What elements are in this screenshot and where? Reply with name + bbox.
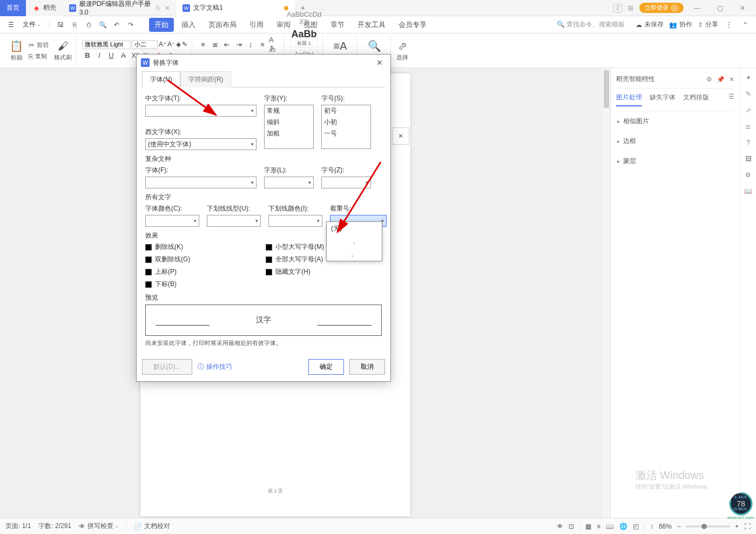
close-icon[interactable]: ✕ bbox=[729, 76, 734, 83]
style-listbox[interactable]: 常规 倾斜 加粗 bbox=[264, 105, 314, 149]
dtab-spacing[interactable]: 字符间距(R) bbox=[180, 71, 232, 87]
emphasis-opt-none[interactable]: (无) bbox=[327, 222, 382, 235]
scroll-thumb[interactable] bbox=[604, 70, 609, 108]
style-opt-regular[interactable]: 常规 bbox=[265, 105, 313, 117]
rtab-font[interactable]: 缺失字体 bbox=[650, 93, 676, 106]
clear-format-icon[interactable]: ◈ bbox=[176, 40, 181, 49]
word-count[interactable]: 字数: 2/291 bbox=[38, 522, 71, 531]
new-icon[interactable]: ⎘ bbox=[69, 19, 80, 30]
strike-icon[interactable]: A̶ bbox=[118, 50, 129, 61]
unsaved-indicator[interactable]: ☁未保存 bbox=[636, 20, 664, 29]
eff-dblstrike[interactable]: 双删除线(G) bbox=[145, 255, 190, 264]
zoom-fit-icon[interactable]: ↕ bbox=[650, 523, 653, 530]
eff-smallcaps[interactable]: 小型大写字母(M) bbox=[266, 242, 324, 252]
spellcheck-toggle[interactable]: 👁拼写检查 ⌵ bbox=[79, 522, 118, 531]
zoom-value[interactable]: 66% bbox=[659, 523, 672, 530]
save-icon[interactable]: 🖫 bbox=[55, 19, 66, 30]
style-opt-italic[interactable]: 倾斜 bbox=[265, 117, 313, 128]
close-button[interactable]: ✕ bbox=[733, 0, 752, 16]
complex-size-combo[interactable]: ▾ bbox=[321, 177, 371, 188]
fullscreen-icon[interactable]: ⛶ bbox=[744, 523, 751, 530]
badge-icon[interactable]: 2 bbox=[613, 4, 622, 12]
doc-tab-current[interactable]: W 文字文稿1 bbox=[176, 0, 295, 16]
dialog-titlebar[interactable]: W 替换字体 ✕ bbox=[137, 55, 390, 71]
style-body[interactable]: AaBbCcDd正文 bbox=[290, 10, 318, 26]
outdent-icon[interactable]: ⇤ bbox=[221, 39, 232, 50]
emphasis-opt-ddot[interactable]: 、 bbox=[327, 247, 382, 261]
network-widget[interactable]: 78 ↑1.1K/s ↓0.5K/s www.xz7.com bbox=[718, 491, 754, 517]
color-combo[interactable]: ▾ bbox=[145, 215, 199, 227]
dialog-close-button[interactable]: ✕ bbox=[373, 56, 386, 69]
underline-color-combo[interactable]: ▾ bbox=[268, 215, 322, 227]
numbering-icon[interactable]: ≣ bbox=[210, 39, 220, 50]
copy-button[interactable]: ⎘复制 bbox=[28, 51, 50, 62]
more-icon[interactable]: ⋮ bbox=[724, 19, 734, 30]
rtab-image[interactable]: 图片处理 bbox=[616, 93, 642, 106]
home-tab[interactable]: 首页 bbox=[0, 0, 26, 16]
tab-insert[interactable]: 插入 bbox=[176, 18, 201, 32]
eff-hidden[interactable]: 隐藏文字(H) bbox=[266, 267, 324, 276]
style-h1[interactable]: AaBb标题 1 bbox=[290, 28, 318, 48]
eff-strike[interactable]: 删除线(K) bbox=[145, 242, 190, 252]
tab-member[interactable]: 会员专享 bbox=[393, 18, 432, 32]
tab-chapter[interactable]: 章节 bbox=[325, 18, 350, 32]
italic-icon[interactable]: I bbox=[94, 50, 105, 61]
pin-icon[interactable]: ⎘ bbox=[156, 4, 160, 12]
increase-font-icon[interactable]: A⁺ bbox=[159, 40, 166, 49]
bold-icon[interactable]: B bbox=[82, 50, 93, 61]
pen-icon[interactable]: ✎ bbox=[744, 90, 753, 98]
tree-mask[interactable]: 蒙层 bbox=[616, 151, 734, 171]
decrease-font-icon[interactable]: A⁻ bbox=[167, 40, 175, 49]
slider-icon[interactable]: ⚌ bbox=[744, 122, 753, 131]
coop-button[interactable]: 👥协作 bbox=[669, 20, 692, 29]
image-icon[interactable]: 🖼 bbox=[744, 154, 753, 163]
preview-icon[interactable]: 🔍 bbox=[97, 19, 108, 30]
emphasis-dropdown[interactable]: (无) . 、 bbox=[326, 221, 382, 261]
pointer-icon[interactable]: ⬀ bbox=[744, 106, 753, 114]
maximize-button[interactable]: ▢ bbox=[711, 0, 729, 16]
view-web-icon[interactable]: 🌐 bbox=[619, 523, 627, 530]
login-button[interactable]: 立即登录 bbox=[639, 3, 684, 13]
tab-reference[interactable]: 引用 bbox=[244, 18, 269, 32]
panel-close-bg[interactable]: ✕ bbox=[392, 127, 409, 145]
view-focus-icon[interactable]: ◰ bbox=[633, 523, 639, 530]
print-icon[interactable]: ⎙ bbox=[83, 19, 94, 30]
doc-tab-pdf[interactable]: W 极速PDF编辑器用户手册3.0 ⎘ × bbox=[63, 0, 176, 16]
docker-tab[interactable]: ◆ 稻壳 bbox=[26, 0, 63, 16]
sparkle-icon[interactable]: ✦ bbox=[744, 73, 753, 82]
grid-icon[interactable]: ⊞ bbox=[626, 4, 635, 12]
menu-icon[interactable]: ☰ bbox=[5, 19, 16, 30]
redo-icon[interactable]: ↷ bbox=[125, 19, 136, 30]
size-opt-0[interactable]: 初号 bbox=[322, 105, 370, 117]
indent-icon[interactable]: ⇥ bbox=[233, 39, 244, 50]
default-button[interactable]: 默认(D)... bbox=[142, 359, 192, 375]
eff-allcaps[interactable]: 全部大写字母(A) bbox=[266, 255, 324, 264]
cn-font-combo[interactable]: ▾ bbox=[145, 105, 256, 117]
file-menu[interactable]: 文件 ⌵ bbox=[23, 20, 40, 29]
line-spacing-icon[interactable]: ≡ bbox=[257, 39, 268, 50]
font-name-input[interactable] bbox=[82, 40, 131, 49]
size-opt-1[interactable]: 小初 bbox=[322, 117, 370, 128]
doc-proof[interactable]: 📄文档校对 bbox=[134, 522, 170, 531]
view-read-icon[interactable]: 📖 bbox=[606, 523, 614, 530]
font-size-input[interactable] bbox=[132, 40, 158, 49]
dtab-font[interactable]: 字体(N) bbox=[142, 71, 180, 87]
tab-layout[interactable]: 页面布局 bbox=[203, 18, 242, 32]
gear-icon[interactable]: ⚙ bbox=[744, 171, 753, 179]
help-icon[interactable]: ? bbox=[744, 138, 753, 147]
tips-link[interactable]: ⓘ操作技巧 bbox=[198, 362, 232, 371]
bullets-icon[interactable]: ≡ bbox=[198, 39, 208, 50]
view-page-icon[interactable]: ▦ bbox=[585, 523, 591, 530]
complex-font-combo[interactable]: ▾ bbox=[145, 177, 256, 188]
complex-style-combo[interactable]: ▾ bbox=[264, 177, 314, 188]
size-opt-2[interactable]: 一号 bbox=[322, 128, 370, 139]
collapse-icon[interactable]: ⌃ bbox=[740, 19, 751, 30]
sort-icon[interactable]: ↕ bbox=[245, 39, 256, 50]
zoom-out-button[interactable]: − bbox=[677, 523, 681, 530]
tree-similar-image[interactable]: 相似图片 bbox=[616, 111, 734, 131]
highlight-icon[interactable]: ✎ bbox=[182, 40, 187, 49]
minimize-button[interactable]: — bbox=[688, 0, 706, 16]
command-search[interactable]: 🔍 查找命令、搜索模板 bbox=[557, 20, 625, 29]
book-icon[interactable]: 📖 bbox=[744, 187, 753, 195]
zoom-slider[interactable] bbox=[686, 525, 730, 528]
